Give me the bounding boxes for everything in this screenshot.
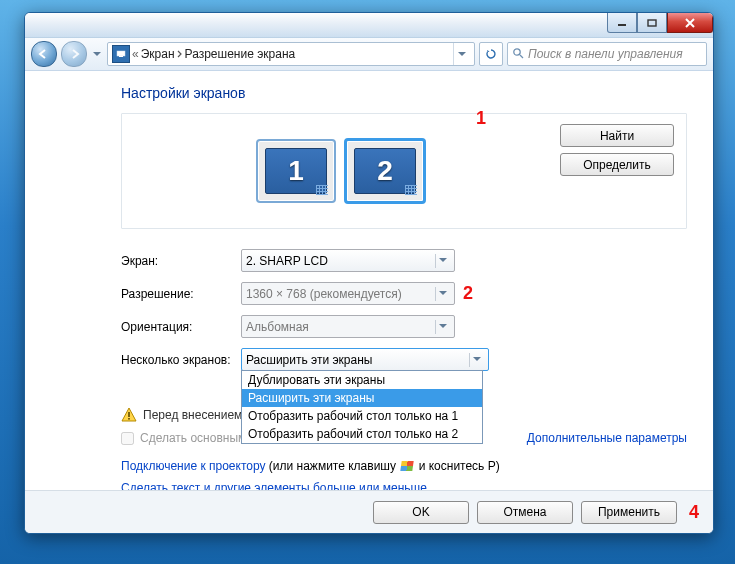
svg-rect-0 (618, 24, 626, 26)
page-title: Настройки экранов (121, 85, 687, 101)
svg-rect-3 (119, 56, 123, 57)
nav-forward-button[interactable] (61, 41, 87, 67)
preview-side-buttons: Найти Определить (560, 114, 686, 228)
nav-back-button[interactable] (31, 41, 57, 67)
chevron-down-icon (435, 320, 450, 334)
ok-button[interactable]: OK (373, 501, 469, 524)
address-dropdown[interactable] (453, 43, 470, 65)
annotation-4: 4 (685, 502, 699, 523)
settings-form: Экран: 2. SHARP LCD Разрешение: 1360 × 7… (121, 249, 687, 371)
annotation-2: 2 (455, 283, 687, 304)
label-resolution: Разрешение: (121, 287, 241, 301)
nav-history-dropdown[interactable] (91, 46, 103, 62)
combo-resolution[interactable]: 1360 × 768 (рекомендуется) (241, 282, 455, 305)
make-main-checkbox (121, 432, 134, 445)
find-button[interactable]: Найти (560, 124, 674, 147)
combo-display[interactable]: 2. SHARP LCD (241, 249, 455, 272)
window-buttons (607, 13, 713, 33)
annotation-3: 3 (455, 349, 687, 370)
breadcrumb-prefix: « (132, 47, 139, 61)
chevron-right-icon[interactable] (177, 49, 183, 59)
chevron-down-icon (435, 287, 450, 301)
projector-link-row: Подключение к проектору (или нажмите кла… (121, 459, 687, 473)
cancel-button[interactable]: Отмена (477, 501, 573, 524)
close-button[interactable] (667, 13, 713, 33)
display-icon (112, 45, 130, 63)
control-panel-window: « Экран Разрешение экрана Поиск в панели… (24, 12, 714, 534)
apply-button[interactable]: Применить (581, 501, 677, 524)
monitor-2[interactable]: 2 (344, 138, 426, 204)
option-only-1[interactable]: Отобразить рабочий стол только на 1 (242, 407, 482, 425)
windows-key-icon (401, 461, 414, 471)
content-area: Настройки экранов 1 2 Найти Определить 1… (25, 71, 713, 517)
nav-bar: « Экран Разрешение экрана Поиск в панели… (25, 38, 713, 71)
label-multiple-displays: Несколько экранов: (121, 353, 241, 367)
projector-link[interactable]: Подключение к проектору (121, 459, 266, 473)
dialog-footer: OK Отмена Применить 4 (25, 490, 713, 533)
title-bar[interactable] (25, 13, 713, 38)
make-main-label: Сделать основным (140, 431, 246, 445)
svg-rect-2 (117, 51, 125, 56)
annotation-1: 1 (468, 108, 486, 129)
combo-orientation[interactable]: Альбомная (241, 315, 455, 338)
warning-icon (121, 407, 137, 423)
refresh-button[interactable] (479, 42, 503, 66)
breadcrumb-screen[interactable]: Экран (141, 47, 175, 61)
option-only-2[interactable]: Отобразить рабочий стол только на 2 (242, 425, 482, 443)
breadcrumb-resolution[interactable]: Разрешение экрана (185, 47, 296, 61)
label-display: Экран: (121, 254, 241, 268)
monitor-preview: 1 2 Найти Определить 1 (121, 113, 687, 229)
option-duplicate[interactable]: Дублировать эти экраны (242, 371, 482, 389)
svg-rect-6 (128, 418, 130, 420)
chevron-down-icon (435, 254, 450, 268)
advanced-settings-link[interactable]: Дополнительные параметры (527, 431, 687, 445)
monitor-row: 1 2 (122, 114, 560, 228)
label-orientation: Ориентация: (121, 320, 241, 334)
multiple-displays-dropdown: Дублировать эти экраны Расширить эти экр… (241, 370, 483, 444)
svg-rect-5 (128, 412, 130, 417)
search-box[interactable]: Поиск в панели управления (507, 42, 707, 66)
warning-text-1: Перед внесением (143, 408, 242, 422)
chevron-down-icon (469, 353, 484, 367)
search-icon (512, 47, 524, 62)
svg-rect-1 (648, 20, 656, 26)
detect-button[interactable]: Определить (560, 153, 674, 176)
maximize-button[interactable] (637, 13, 667, 33)
search-placeholder: Поиск в панели управления (528, 47, 683, 61)
combo-multiple-displays[interactable]: Расширить эти экраны Дублировать эти экр… (241, 348, 489, 371)
option-extend[interactable]: Расширить эти экраны (242, 389, 482, 407)
address-bar[interactable]: « Экран Разрешение экрана (107, 42, 475, 66)
svg-point-4 (514, 48, 520, 54)
monitor-1[interactable]: 1 (256, 139, 336, 203)
minimize-button[interactable] (607, 13, 637, 33)
